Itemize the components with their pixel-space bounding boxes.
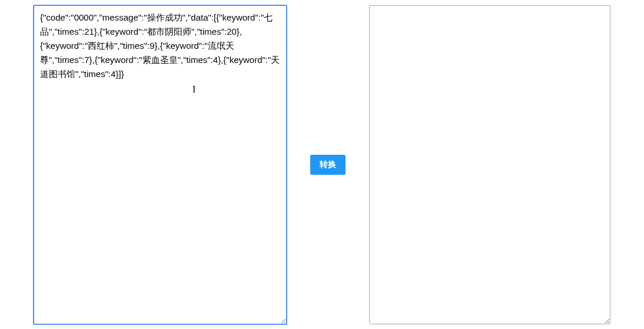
converter-container: I 转换 bbox=[0, 0, 644, 329]
convert-button[interactable]: 转换 bbox=[310, 155, 346, 175]
middle-controls: 转换 bbox=[310, 155, 346, 175]
json-input-textarea[interactable] bbox=[34, 5, 287, 324]
json-output-textarea[interactable] bbox=[369, 5, 610, 324]
